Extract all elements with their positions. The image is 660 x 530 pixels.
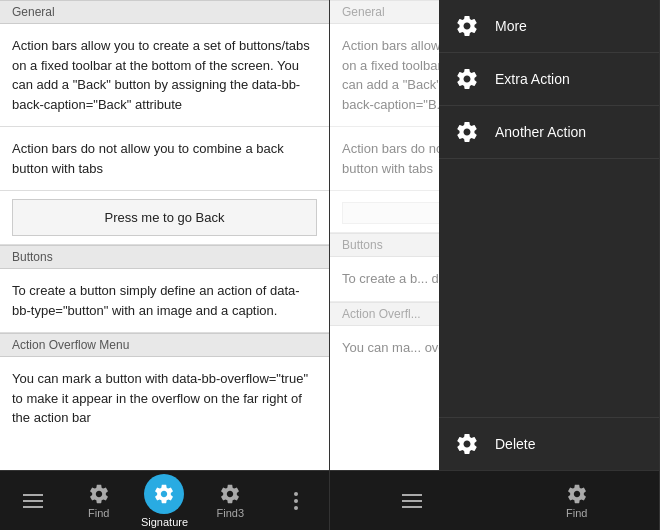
left-action-bar: Find Signature Find3 xyxy=(0,470,329,530)
left-find-label: Find xyxy=(88,507,109,519)
left-signature-label: Signature xyxy=(141,516,188,528)
menu-item-extra-action[interactable]: Extra Action xyxy=(439,53,659,106)
left-content-block-4: You can mark a button with data-bb-overf… xyxy=(0,357,329,440)
signature-circle xyxy=(144,474,184,514)
gear-icon-find3 xyxy=(219,483,241,505)
left-section3-header: Action Overflow Menu xyxy=(0,333,329,357)
menu-item-delete[interactable]: Delete xyxy=(439,417,659,470)
left-content-block-3: To create a button simply define an acti… xyxy=(0,269,329,333)
menu-item-extra-label: Extra Action xyxy=(495,71,570,87)
right-find-label: Find xyxy=(566,507,587,519)
gear-icon-delete xyxy=(455,432,479,456)
right-action-bar: Find xyxy=(330,470,659,530)
right-action-find[interactable]: Find xyxy=(552,483,602,519)
left-action-hamburger[interactable] xyxy=(8,494,58,508)
left-content-area: General Action bars allow you to create … xyxy=(0,0,329,470)
right-action-hamburger[interactable] xyxy=(387,494,437,508)
back-button-container: Press me to go Back xyxy=(0,191,329,245)
left-content-block-2: Action bars do not allow you to combine … xyxy=(0,127,329,191)
left-action-find[interactable]: Find xyxy=(74,483,124,519)
menu-item-another-label: Another Action xyxy=(495,124,586,140)
menu-item-another-action[interactable]: Another Action xyxy=(439,106,659,159)
overflow-dots-icon xyxy=(294,492,298,510)
left-panel: General Action bars allow you to create … xyxy=(0,0,330,530)
left-section2-header: Buttons xyxy=(0,245,329,269)
menu-item-more[interactable]: More xyxy=(439,0,659,53)
menu-item-delete-label: Delete xyxy=(495,436,535,452)
gear-icon-more xyxy=(455,14,479,38)
overlay-spacer xyxy=(439,159,659,417)
right-gear-icon-find xyxy=(566,483,588,505)
back-button[interactable]: Press me to go Back xyxy=(12,199,317,236)
left-action-overflow[interactable] xyxy=(271,492,321,510)
hamburger-icon xyxy=(23,494,43,508)
left-text-3: To create a button simply define an acti… xyxy=(12,281,317,320)
gear-icon-extra xyxy=(455,67,479,91)
gear-icon-find xyxy=(88,483,110,505)
left-section1-header: General xyxy=(0,0,329,24)
left-action-signature[interactable]: Signature xyxy=(139,474,189,528)
left-text-1: Action bars allow you to create a set of… xyxy=(12,36,317,114)
right-hamburger-icon xyxy=(402,494,422,508)
left-text-2: Action bars do not allow you to combine … xyxy=(12,139,317,178)
gear-icon-another xyxy=(455,120,479,144)
left-content-block-1: Action bars allow you to create a set of… xyxy=(0,24,329,127)
left-text-4: You can mark a button with data-bb-overf… xyxy=(12,369,317,428)
overlay-menu: More Extra Action Another Action Delete xyxy=(439,0,659,470)
right-content-area: General Action bars allow you to create … xyxy=(330,0,659,470)
right-panel: General Action bars allow you to create … xyxy=(330,0,660,530)
menu-item-more-label: More xyxy=(495,18,527,34)
left-find3-label: Find3 xyxy=(217,507,245,519)
gear-icon-signature xyxy=(153,483,175,505)
left-action-find3[interactable]: Find3 xyxy=(205,483,255,519)
